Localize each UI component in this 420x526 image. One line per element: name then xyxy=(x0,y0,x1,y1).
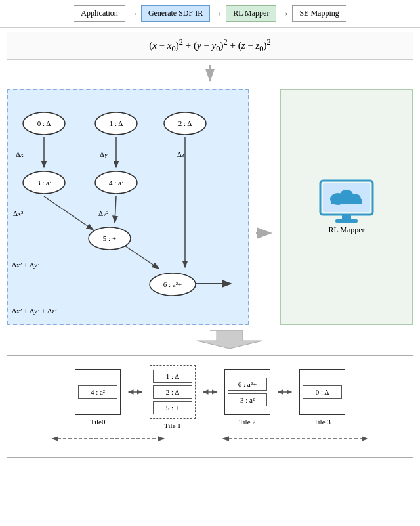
pipeline-step-sdf: Generate SDF IR xyxy=(141,5,210,22)
node-3: 3 : a² xyxy=(22,170,66,198)
ha-icon-1 xyxy=(126,385,144,399)
ha-icon-2 xyxy=(201,385,219,399)
node-4: 4 : a² xyxy=(94,170,138,198)
tile2-label: Tile 2 xyxy=(239,418,256,426)
formula-text: (x − x0)2 + (y − y0)2 + (z − z0)2 xyxy=(149,40,271,51)
tile2-container: 6 : a²+ 3 : a² Tile 2 xyxy=(224,369,270,426)
down-arrow-to-tiles xyxy=(79,329,341,350)
tile2-entry-1: 6 : a²+ xyxy=(228,378,267,391)
svg-rect-33 xyxy=(342,215,351,220)
arrow-0-1 xyxy=(126,385,144,399)
tile2-entry-2: 3 : a² xyxy=(228,393,267,406)
arrow-1-2 xyxy=(201,385,219,399)
pipeline-step-rl: RL Mapper xyxy=(226,5,276,22)
node-1: 1 : Δ xyxy=(94,111,138,139)
pipeline-step-application: Application xyxy=(74,5,125,22)
down-arrow-svg xyxy=(144,65,276,85)
sublabel-dz: Δz xyxy=(177,149,184,160)
tile1-container: 1 : Δ 2 : Δ 5 : + Tile 1 xyxy=(150,365,196,429)
sublabel-dy: Δy xyxy=(100,149,108,160)
right-arrow-col xyxy=(255,141,274,325)
tiling-area: 4 : a² Tile0 1 : Δ 2 xyxy=(7,355,413,458)
arrow-row-top xyxy=(0,64,420,86)
tile0-label: Tile0 xyxy=(91,418,106,426)
ha-icon-3 xyxy=(276,385,294,399)
svg-rect-34 xyxy=(335,219,358,223)
svg-text:0 : Δ: 0 : Δ xyxy=(37,120,51,127)
node-6: 6 : a²+ xyxy=(149,272,196,299)
monitor-icon xyxy=(317,179,376,225)
tile0-container: 4 : a² Tile0 xyxy=(75,369,121,426)
formula-bar: (x − x0)2 + (y − y0)2 + (z − z0)2 xyxy=(7,32,413,60)
pipeline-step-se: SE Mapping xyxy=(292,5,346,22)
tile0-entry-1: 4 : a² xyxy=(78,385,117,399)
svg-text:2 : Δ: 2 : Δ xyxy=(178,120,192,127)
svg-marker-36 xyxy=(197,330,262,349)
node-2: 2 : Δ xyxy=(163,111,207,139)
tile1-label: Tile 1 xyxy=(164,422,181,429)
tile1-entry-3: 5 : + xyxy=(153,401,192,414)
svg-text:1 : Δ: 1 : Δ xyxy=(110,120,123,127)
tile1-entry-1: 1 : Δ xyxy=(153,370,192,383)
node-0: 0 : Δ xyxy=(22,111,66,139)
node-5: 5 : + xyxy=(88,226,131,253)
main-area: 0 : Δ 1 : Δ 2 : Δ 3 : a² 4 : a² 5 : + 6 … xyxy=(7,89,413,325)
rl-mapper-label: RL Mapper xyxy=(328,225,364,235)
arrow-row-bottom xyxy=(0,328,420,351)
tile3-entry-1: 0 : Δ xyxy=(303,385,342,399)
arrow-icon-3: → xyxy=(279,8,289,20)
sublabel-dx: Δx xyxy=(16,149,24,160)
sublabel-dy2: Δy² xyxy=(98,208,108,219)
tile3-label: Tile 3 xyxy=(314,418,331,426)
svg-text:6 : a²+: 6 : a²+ xyxy=(163,280,182,288)
rl-mapper-area: RL Mapper xyxy=(280,89,413,325)
svg-line-8 xyxy=(115,196,116,223)
tile0: 4 : a² xyxy=(75,369,121,415)
tiles-row: 4 : a² Tile0 1 : Δ 2 xyxy=(14,365,406,429)
tile2: 6 : a²+ 3 : a² xyxy=(224,369,270,415)
arrow-icon-2: → xyxy=(213,8,223,20)
arrow-icon-1: → xyxy=(128,8,138,20)
sublabel-sum: Δx² + Δy² + Δz² xyxy=(12,305,57,316)
svg-line-7 xyxy=(44,196,93,230)
right-arrow-svg xyxy=(255,223,274,243)
loopback-arrows-svg xyxy=(20,432,400,450)
tile3-container: 0 : Δ Tile 3 xyxy=(299,369,345,426)
sdf-graph-area: 0 : Δ 1 : Δ 2 : Δ 3 : a² 4 : a² 5 : + 6 … xyxy=(7,89,249,325)
sublabel-dx2dy2: Δx² + Δy² xyxy=(12,259,39,270)
svg-text:3 : a²: 3 : a² xyxy=(37,179,52,186)
tile3: 0 : Δ xyxy=(299,369,345,415)
tile1: 1 : Δ 2 : Δ 5 : + xyxy=(150,365,196,419)
pipeline-bar: Application → Generate SDF IR → RL Mappe… xyxy=(0,0,420,28)
svg-text:5 : +: 5 : + xyxy=(103,234,116,242)
tile1-entry-2: 2 : Δ xyxy=(153,385,192,399)
svg-text:4 : a²: 4 : a² xyxy=(109,179,124,186)
svg-rect-32 xyxy=(331,199,362,204)
sublabel-dx2: Δx² xyxy=(13,208,23,219)
arrow-2-3 xyxy=(276,385,294,399)
